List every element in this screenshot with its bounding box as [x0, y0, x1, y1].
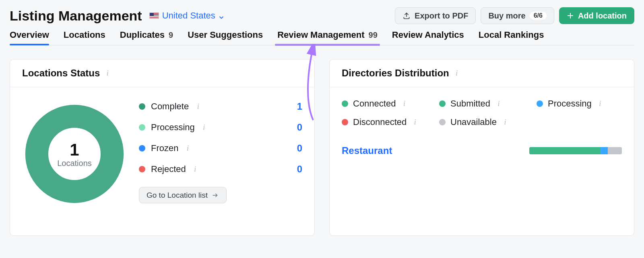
status-dot [139, 124, 145, 131]
legend-dot [439, 100, 446, 107]
legend-disconnected: Disconnected i [342, 117, 427, 127]
legend-dot [537, 100, 543, 107]
bar-segment-unavailable [608, 147, 622, 154]
add-location-button[interactable]: Add location [559, 7, 634, 24]
info-icon[interactable]: i [104, 70, 111, 77]
info-icon[interactable]: i [200, 124, 208, 131]
status-name: Frozen [151, 143, 178, 154]
chevron-down-icon [219, 13, 224, 18]
distribution-bar [529, 147, 622, 154]
status-value: 0 [297, 143, 302, 154]
go-to-location-list-label: Go to Location list [147, 191, 208, 199]
tab-review-management[interactable]: Review Management 99 [277, 28, 378, 45]
export-icon [402, 12, 411, 20]
donut-center-value: 1 [70, 140, 79, 160]
legend-label: Submitted [450, 98, 490, 109]
locations-status-card: Locations Status i 1 Locations Com [10, 59, 315, 236]
legend-unavailable: Unavailable i [439, 117, 524, 127]
country-picker[interactable]: United States [149, 10, 224, 21]
tabs-nav: Overview Locations Duplicates 9 User Sug… [10, 28, 634, 45]
entity-link-restaurant[interactable]: Restaurant [342, 145, 392, 156]
status-row-processing: Processing i 0 [139, 122, 302, 133]
tab-overview[interactable]: Overview [10, 28, 49, 45]
go-to-location-list-button[interactable]: Go to Location list [139, 187, 227, 203]
tab-locations[interactable]: Locations [64, 28, 105, 45]
tab-user-suggestions[interactable]: User Suggestions [188, 28, 263, 45]
status-name: Processing [151, 122, 195, 133]
legend-dot [342, 119, 348, 125]
tab-label: Review Management [277, 30, 364, 40]
status-row-complete: Complete i 1 [139, 101, 302, 112]
legend-processing: Processing i [537, 98, 622, 109]
legend-dot [439, 119, 446, 125]
legend-dot [342, 100, 348, 107]
status-row-frozen: Frozen i 0 [139, 143, 302, 154]
status-row-rejected: Rejected i 0 [139, 164, 302, 175]
legend-label: Unavailable [450, 117, 497, 127]
tab-label: User Suggestions [188, 30, 263, 40]
tab-label: Review Analytics [392, 30, 464, 40]
status-dot [139, 145, 145, 152]
status-name: Complete [151, 101, 189, 112]
info-icon[interactable]: i [502, 119, 509, 126]
export-pdf-button[interactable]: Export to PDF [395, 7, 476, 24]
tab-label: Overview [10, 30, 49, 40]
tab-label: Locations [64, 30, 105, 40]
tab-label: Local Rankings [479, 30, 544, 40]
tab-duplicates[interactable]: Duplicates 9 [120, 28, 173, 45]
buy-more-label: Buy more [488, 12, 525, 20]
info-icon[interactable]: i [495, 100, 502, 107]
status-dot [139, 103, 145, 110]
info-icon[interactable]: i [184, 145, 191, 152]
legend-submitted: Submitted i [439, 98, 524, 109]
buy-more-badge: 6/6 [530, 12, 547, 20]
status-value: 1 [297, 101, 302, 112]
tab-badge: 99 [369, 31, 378, 40]
info-icon[interactable]: i [194, 103, 202, 110]
info-icon[interactable]: i [400, 100, 408, 107]
legend-connected: Connected i [342, 98, 427, 109]
tab-review-analytics[interactable]: Review Analytics [392, 28, 464, 45]
info-icon[interactable]: i [192, 166, 199, 173]
tab-local-rankings[interactable]: Local Rankings [479, 28, 544, 45]
tab-badge: 9 [169, 31, 173, 40]
plus-icon [567, 12, 574, 19]
status-value: 0 [297, 164, 302, 175]
status-dot [139, 166, 145, 172]
export-pdf-label: Export to PDF [415, 12, 468, 20]
locations-donut-chart: 1 Locations [22, 102, 127, 206]
legend-label: Disconnected [353, 117, 407, 127]
info-icon[interactable]: i [411, 119, 419, 126]
page-title: Listing Management [10, 8, 142, 24]
country-name: United States [162, 10, 215, 21]
legend-label: Processing [548, 98, 592, 109]
locations-status-title: Locations Status [22, 68, 100, 79]
directories-legend: Connected i Submitted i Processing i [342, 98, 622, 127]
directories-distribution-card: Directories Distribution i Connected i S… [329, 59, 634, 236]
status-value: 0 [297, 122, 302, 133]
buy-more-button[interactable]: Buy more 6/6 [481, 7, 554, 24]
status-name: Rejected [151, 164, 186, 174]
arrow-right-icon [212, 192, 219, 199]
donut-center-label: Locations [57, 159, 92, 168]
legend-label: Connected [353, 98, 396, 109]
us-flag-icon [149, 12, 159, 19]
tab-label: Duplicates [120, 30, 165, 40]
bar-segment-connected [529, 147, 601, 154]
info-icon[interactable]: i [597, 100, 604, 107]
add-location-label: Add location [578, 12, 627, 20]
info-icon[interactable]: i [453, 70, 460, 77]
directories-title: Directories Distribution [342, 68, 449, 79]
bar-segment-processing [601, 147, 608, 154]
